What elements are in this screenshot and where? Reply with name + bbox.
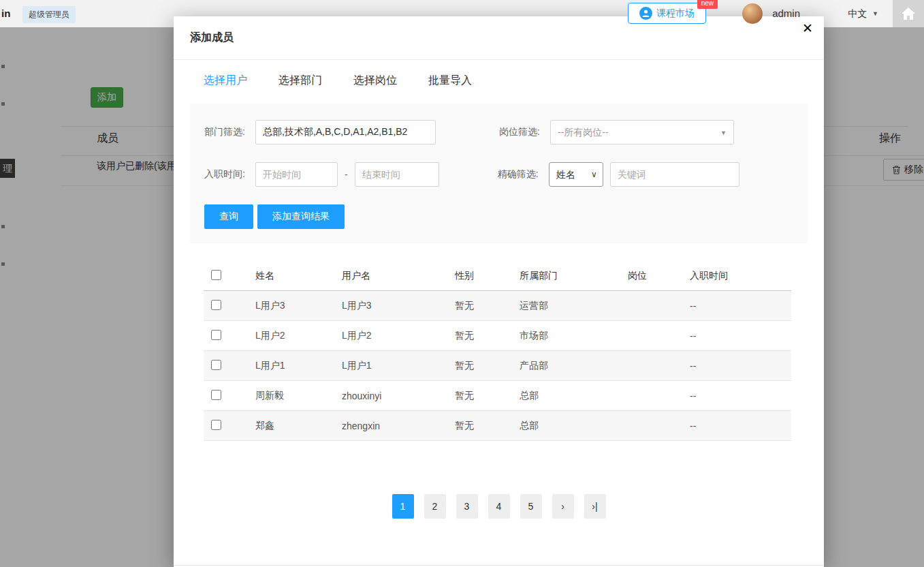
- row-checkbox[interactable]: [211, 420, 221, 430]
- new-badge: new: [697, 0, 718, 9]
- cell-gender: 暂无: [447, 300, 512, 312]
- cell-username: zhengxin: [334, 420, 447, 431]
- cell-dept: 产品部: [512, 360, 620, 372]
- page-button-1[interactable]: 1: [392, 494, 414, 519]
- header-gender: 性别: [447, 270, 512, 282]
- page-button-3[interactable]: 3: [456, 494, 478, 519]
- cell-username: zhouxinyi: [334, 390, 447, 401]
- pagination: 1 2 3 4 5 › ›|: [174, 494, 824, 519]
- cell-entry: --: [682, 331, 791, 341]
- entry-time-label: 入职时间:: [204, 168, 255, 181]
- cell-dept: 市场部: [512, 330, 620, 342]
- range-separator: -: [345, 169, 348, 180]
- cell-gender: 暂无: [447, 360, 512, 372]
- select-all-checkbox[interactable]: [211, 270, 221, 280]
- cell-name: 郑鑫: [248, 420, 334, 432]
- page-button-5[interactable]: 5: [520, 494, 542, 519]
- tab-select-user[interactable]: 选择用户: [204, 74, 247, 88]
- header-username: 用户名: [334, 270, 447, 282]
- cell-entry: --: [682, 301, 791, 311]
- cell-entry: --: [682, 390, 791, 401]
- modal-header: 添加成员 ✕: [174, 16, 824, 60]
- post-filter-value: --所有岗位--: [558, 127, 609, 138]
- modal-title: 添加成员: [190, 31, 234, 45]
- row-checkbox[interactable]: [211, 300, 221, 310]
- page-button-2[interactable]: 2: [424, 494, 446, 519]
- chevron-down-icon: ▼: [872, 10, 878, 17]
- cell-entry: --: [682, 420, 791, 431]
- course-market-button[interactable]: 课程市场: [628, 3, 706, 24]
- dept-filter-input[interactable]: [255, 120, 436, 144]
- table-row: L用户1 L用户1 暂无 产品部 --: [204, 351, 791, 381]
- tab-select-position[interactable]: 选择岗位: [353, 74, 397, 88]
- table-header-row: 姓名 用户名 性别 所属部门 岗位 入职时间: [204, 261, 791, 291]
- modal-tabs: 选择用户 选择部门 选择岗位 批量导入: [174, 60, 824, 101]
- filter-actions: 查询 添加查询结果: [204, 204, 793, 229]
- avatar[interactable]: [742, 3, 763, 24]
- cell-name: L用户1: [248, 360, 334, 372]
- page-button-4[interactable]: 4: [488, 494, 510, 519]
- row-checkbox[interactable]: [211, 390, 221, 400]
- next-page-button[interactable]: ›: [552, 494, 574, 519]
- cell-dept: 总部: [512, 420, 620, 432]
- user-table: 姓名 用户名 性别 所属部门 岗位 入职时间 L用户3 L用户3 暂无 运营部 …: [204, 261, 791, 441]
- cell-name: L用户2: [248, 330, 334, 342]
- home-icon: [901, 7, 916, 20]
- cell-gender: 暂无: [447, 330, 512, 342]
- table-row: 周新毅 zhouxinyi 暂无 总部 --: [204, 381, 791, 411]
- tab-batch-import[interactable]: 批量导入: [428, 74, 472, 88]
- tab-select-department[interactable]: 选择部门: [278, 74, 322, 88]
- cell-dept: 运营部: [512, 300, 620, 312]
- cell-gender: 暂无: [447, 390, 512, 402]
- last-page-button[interactable]: ›|: [584, 494, 606, 519]
- table-row: L用户3 L用户3 暂无 运营部 --: [204, 291, 791, 321]
- cell-gender: 暂无: [447, 420, 512, 432]
- add-member-modal: 添加成员 ✕ 选择用户 选择部门 选择岗位 批量导入 部门筛选: 岗位筛选: -…: [174, 16, 824, 567]
- query-button[interactable]: 查询: [204, 204, 253, 229]
- logo-fragment: in: [1, 7, 10, 19]
- filter-row-2: 入职时间: - 精确筛选: 姓名 ∨: [204, 162, 793, 187]
- add-query-results-button[interactable]: 添加查询结果: [257, 204, 345, 229]
- chevron-down-icon: ∨: [591, 163, 597, 186]
- post-filter-label: 岗位筛选:: [499, 126, 550, 138]
- cell-username: L用户1: [334, 360, 447, 372]
- precise-field-value: 姓名: [556, 169, 575, 180]
- language-label: 中文: [848, 8, 867, 19]
- cell-entry: --: [682, 361, 791, 371]
- course-market-icon: [639, 7, 652, 20]
- username[interactable]: admin: [772, 7, 800, 19]
- filter-panel: 部门筛选: 岗位筛选: --所有岗位-- ▼ 入职时间: - 精确筛选: 姓名 …: [190, 104, 808, 243]
- start-time-input[interactable]: [255, 162, 338, 187]
- table-row: 郑鑫 zhengxin 暂无 总部 --: [204, 411, 791, 441]
- header-name: 姓名: [248, 270, 334, 282]
- post-filter-select[interactable]: --所有岗位-- ▼: [550, 120, 734, 144]
- cell-name: 周新毅: [248, 390, 334, 402]
- header-dept: 所属部门: [512, 270, 620, 282]
- header-post: 岗位: [620, 270, 682, 282]
- cell-dept: 总部: [512, 390, 620, 402]
- chevron-down-icon: ▼: [720, 121, 727, 144]
- role-badge: 超级管理员: [22, 6, 76, 23]
- table-row: L用户2 L用户2 暂无 市场部 --: [204, 321, 791, 351]
- cell-name: L用户3: [248, 300, 334, 312]
- course-market-label: 课程市场: [656, 7, 695, 20]
- row-checkbox[interactable]: [211, 360, 221, 370]
- language-selector[interactable]: 中文 ▼: [848, 8, 878, 20]
- keyword-input[interactable]: [610, 162, 739, 187]
- precise-filter-label: 精确筛选:: [498, 168, 549, 181]
- end-time-input[interactable]: [355, 162, 439, 187]
- cell-username: L用户3: [334, 300, 447, 312]
- filter-row-1: 部门筛选: 岗位筛选: --所有岗位-- ▼: [204, 120, 793, 144]
- cell-username: L用户2: [334, 330, 447, 342]
- dept-filter-label: 部门筛选:: [204, 126, 255, 138]
- close-icon[interactable]: ✕: [802, 20, 813, 36]
- home-button[interactable]: [893, 0, 924, 27]
- precise-field-select[interactable]: 姓名 ∨: [549, 162, 603, 187]
- row-checkbox[interactable]: [211, 330, 221, 340]
- header-entry: 入职时间: [682, 270, 791, 282]
